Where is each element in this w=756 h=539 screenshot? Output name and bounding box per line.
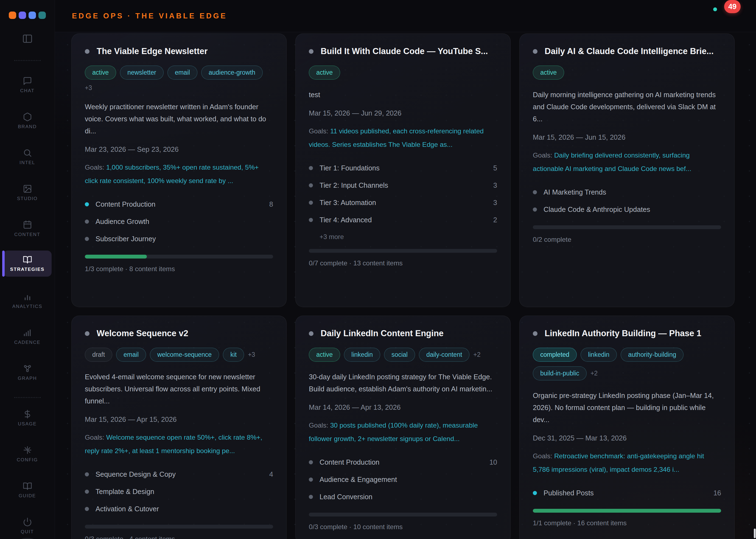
milestone-row[interactable]: Audience Growth <box>85 213 273 230</box>
sidebar-item-brand[interactable]: BRAND <box>3 109 51 133</box>
milestone-label: Claude Code & Anthropic Updates <box>544 205 714 213</box>
status-tag[interactable]: active <box>85 66 116 80</box>
milestone-row[interactable]: Tier 2: Input Channels3 <box>309 177 497 194</box>
sidebar-item-usage[interactable]: USAGE <box>3 406 51 430</box>
card-date-range: Mar 15, 2026 — Jun 29, 2026 <box>309 109 497 117</box>
status-tag[interactable]: completed <box>533 348 577 362</box>
card-status-dot <box>309 331 313 336</box>
sidebar-item-cadence[interactable]: CADENCE <box>3 325 51 348</box>
milestone-dot <box>309 478 313 482</box>
milestone-row[interactable]: Tier 3: Automation3 <box>309 194 497 211</box>
goals-label: Goals: <box>309 127 328 135</box>
sidebar-toggle-icon[interactable] <box>22 33 33 44</box>
card-footer-stats: 0/3 complete · 10 content items <box>309 523 497 531</box>
notification-badge[interactable]: 49 <box>724 0 741 13</box>
goals-label: Goals: <box>85 164 104 171</box>
sidebar-item-graph[interactable]: GRAPH <box>3 361 51 384</box>
strategy-card-daily-ai-intelligence-brief[interactable]: Daily AI & Claude Code Intelligence Brie… <box>519 34 735 307</box>
strategy-card-linkedin-authority-building[interactable]: LinkedIn Authority Building — Phase 1 co… <box>519 316 735 539</box>
strategy-card-daily-linkedin-content-engine[interactable]: Daily LinkedIn Content Engine active lin… <box>295 316 511 539</box>
tag-list: active linkedin social daily-content +2 <box>309 348 497 362</box>
status-tag[interactable]: active <box>533 66 564 80</box>
tag[interactable]: welcome-sequence <box>150 348 219 362</box>
card-date-range: Mar 15, 2026 — Jun 15, 2026 <box>533 133 721 141</box>
sidebar-item-analytics[interactable]: ANALYTICS <box>3 289 51 313</box>
tag[interactable]: social <box>384 348 415 362</box>
progress-bar <box>533 225 721 229</box>
sidebar-item-chat[interactable]: CHAT <box>3 73 51 97</box>
vertical-scrollbar-thumb[interactable] <box>754 529 756 538</box>
milestone-row[interactable]: Activation & Cutover <box>85 500 273 518</box>
top-header: EDGE OPS · THE VIABLE EDGE <box>55 0 756 32</box>
card-status-dot <box>533 49 538 54</box>
milestone-row[interactable]: Published Posts16 <box>533 484 721 502</box>
sidebar-item-strategies[interactable]: STRATEGIES <box>3 251 51 276</box>
milestone-row[interactable]: Tier 4: Advanced2 <box>309 211 497 229</box>
logo-dot-blue <box>29 12 36 19</box>
milestone-row[interactable]: Tier 1: Foundations5 <box>309 159 497 177</box>
extra-tags-count: +3 <box>248 351 255 358</box>
milestone-dot <box>533 491 537 495</box>
tag[interactable]: linkedin <box>581 348 617 362</box>
sidebar-item-guide[interactable]: GUIDE <box>3 478 51 502</box>
sidebar-item-label: STRATEGIES <box>10 267 44 272</box>
status-tag[interactable]: active <box>309 348 340 362</box>
milestone-row[interactable]: Template & Design <box>85 483 273 500</box>
tag[interactable]: audience-growth <box>201 66 263 80</box>
milestone-row[interactable]: Sequence Design & Copy4 <box>85 466 273 483</box>
tag[interactable]: authority-building <box>621 348 684 362</box>
milestone-row[interactable]: Content Production8 <box>85 196 273 213</box>
user-avatar[interactable]: U <box>18 538 37 539</box>
card-footer-stats: 1/1 complete · 16 content items <box>533 519 721 527</box>
milestone-dot <box>309 460 313 464</box>
power-icon <box>23 517 32 527</box>
card-status-dot <box>85 331 90 336</box>
milestone-count: 3 <box>493 199 497 207</box>
milestone-row[interactable]: Lead Conversion <box>309 488 497 505</box>
tag[interactable]: email <box>116 348 146 362</box>
sidebar-item-label: STUDIO <box>17 196 38 201</box>
milestone-row[interactable]: Claude Code & Anthropic Updates <box>533 201 721 218</box>
card-title: Welcome Sequence v2 <box>97 329 188 339</box>
milestone-row[interactable]: Audience & Engagement <box>309 471 497 488</box>
milestone-dot <box>85 472 89 476</box>
tag-list: draft email welcome-sequence kit +3 <box>85 348 273 362</box>
tag[interactable]: kit <box>223 348 244 362</box>
tag[interactable]: email <box>167 66 197 80</box>
sidebar-item-content[interactable]: CONTENT <box>3 217 51 241</box>
strategy-card-build-it-with-claude-code[interactable]: Build It With Claude Code — YouTube S...… <box>295 34 511 307</box>
milestone-label: AI Marketing Trends <box>544 188 714 196</box>
milestone-dot <box>309 166 313 170</box>
tag[interactable]: build-in-public <box>533 366 587 380</box>
card-goals: Goals: 11 videos published, each cross-r… <box>309 124 497 151</box>
milestone-label: Tier 3: Automation <box>319 199 487 207</box>
card-footer-stats: 0/2 complete <box>533 236 721 243</box>
logo-dot-purple <box>19 12 26 19</box>
status-tag[interactable]: active <box>309 66 340 80</box>
logo-dot-teal <box>39 12 46 19</box>
milestone-row[interactable]: Content Production10 <box>309 454 497 471</box>
extra-tags-count: +3 <box>85 84 92 92</box>
extra-tags-count: +2 <box>473 351 480 358</box>
signal-bars-icon <box>23 328 32 337</box>
strategy-card-welcome-sequence-v2[interactable]: Welcome Sequence v2 draft email welcome-… <box>71 316 287 539</box>
progress-bar <box>85 525 273 529</box>
status-tag[interactable]: draft <box>85 348 112 362</box>
more-milestones-link[interactable]: +3 more <box>309 229 497 242</box>
strategy-card-viable-edge-newsletter[interactable]: The Viable Edge Newsletter active newsle… <box>71 34 287 307</box>
milestone-dot <box>309 183 313 188</box>
tag[interactable]: linkedin <box>344 348 380 362</box>
milestone-dot <box>85 237 89 241</box>
sidebar-item-intel[interactable]: INTEL <box>3 145 51 169</box>
sidebar-item-quit[interactable]: QUIT <box>3 514 51 538</box>
progress-bar <box>533 509 721 513</box>
milestone-label: Audience & Engagement <box>319 476 490 484</box>
tag[interactable]: newsletter <box>120 66 164 80</box>
milestone-row[interactable]: AI Marketing Trends <box>533 184 721 201</box>
sidebar-item-config[interactable]: CONFIG <box>3 442 51 466</box>
milestone-row[interactable]: Subscriber Journey <box>85 230 273 248</box>
tag[interactable]: daily-content <box>419 348 469 362</box>
goals-label: Goals: <box>85 433 104 441</box>
open-book-icon <box>23 481 32 491</box>
sidebar-item-studio[interactable]: STUDIO <box>3 181 51 205</box>
